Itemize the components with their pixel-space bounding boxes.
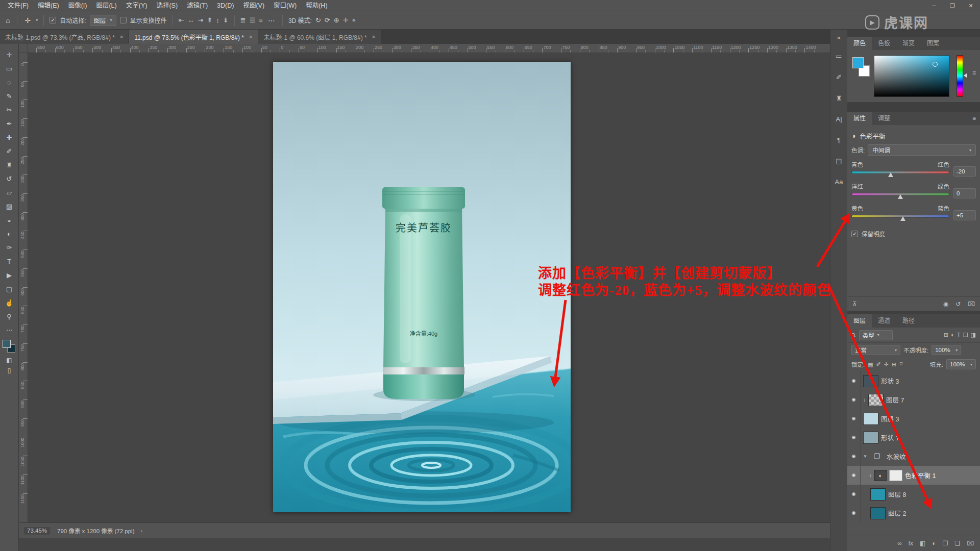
panel-tab[interactable]: 属性 <box>847 112 872 125</box>
panel-tab[interactable]: 通道 <box>872 314 896 328</box>
hand-tool[interactable]: ☝ <box>2 296 17 310</box>
more-options-icon[interactable]: ⋯ <box>266 16 277 24</box>
layer-thumbnail[interactable] <box>863 375 878 387</box>
layer-visibility-toggle[interactable]: ◉ <box>847 447 861 466</box>
panel-strip-icon[interactable]: ¶ <box>837 136 841 144</box>
lock-icon[interactable]: ✐ <box>876 361 881 368</box>
layer-visibility-toggle[interactable]: ◉ <box>847 466 861 485</box>
panel-strip-icon[interactable]: ♜ <box>836 94 842 102</box>
distribute-icon[interactable]: ≡ <box>259 16 263 24</box>
brush-tool[interactable]: ✐ <box>2 144 17 158</box>
menu-item[interactable]: 视图(V) <box>238 0 269 11</box>
auto-select-dropdown[interactable]: 图层 ▾ <box>90 15 116 26</box>
path-select-tool[interactable]: ▶ <box>2 268 17 282</box>
slider-value-field[interactable]: +5 <box>953 210 976 220</box>
layer-thumbnail[interactable] <box>870 507 886 519</box>
menu-item[interactable]: 图层(L) <box>91 0 121 11</box>
layer-visibility-toggle[interactable]: ◉ <box>847 504 861 522</box>
mode3d-icon[interactable]: ⌖ <box>352 16 356 24</box>
layer-thumbnail[interactable] <box>863 432 878 444</box>
layers-footer-icon[interactable]: ❐ <box>943 540 948 547</box>
zoom-level[interactable]: 73.45% <box>23 526 51 535</box>
foreground-color-swatch[interactable] <box>3 340 11 348</box>
lock-all-icon[interactable]: ⌂ <box>899 361 903 367</box>
layer-row[interactable]: ◉ ↓ ▼ ❐ ◐ 图层 8 <box>847 485 980 504</box>
panel-tab[interactable]: 色板 <box>872 37 896 50</box>
healing-brush-tool[interactable]: ✚ <box>2 131 17 144</box>
marquee-tool[interactable]: ▭ <box>2 62 17 76</box>
tab-close-icon[interactable]: ✕ <box>119 34 124 40</box>
opacity-field[interactable]: 100% ▾ <box>932 345 961 355</box>
filter-type-dropdown[interactable]: 类型 ▾ <box>859 330 893 340</box>
panel-menu-icon[interactable]: ≡ <box>972 115 976 122</box>
layer-visibility-toggle[interactable]: ◉ <box>847 485 861 504</box>
document-tab[interactable]: 未标题-1 @ 60.6% (图层 1, RGB/8#) * ✕ <box>258 30 381 44</box>
slider-thumb[interactable] <box>898 194 903 199</box>
clip-to-layer-icon[interactable]: ⊼ <box>852 300 857 308</box>
layer-row[interactable]: ◉ ↓ ▼ ❐ ◐ 图层 2 <box>847 504 980 522</box>
eyedropper-tool[interactable]: ✒ <box>2 117 17 131</box>
lock-icon[interactable]: ✛ <box>884 361 889 368</box>
layer-filter-icon[interactable]: ◨ <box>971 332 976 338</box>
menu-item[interactable]: 帮助(H) <box>301 0 332 11</box>
layer-thumbnail[interactable] <box>868 394 884 406</box>
layer-visibility-toggle[interactable]: ◉ <box>847 390 861 409</box>
layers-footer-icon[interactable]: ∞ <box>897 540 902 547</box>
pen-tool[interactable]: ✑ <box>2 241 17 255</box>
layer-mask-thumbnail[interactable] <box>889 470 902 481</box>
slider-value-field[interactable]: -20 <box>953 166 976 177</box>
panel-tab[interactable]: 图案 <box>921 37 945 50</box>
layer-row[interactable]: ◉ ↓ ▼ ❐ ◐ 形状 1 <box>847 428 980 447</box>
panel-tab[interactable]: 调整 <box>872 112 896 125</box>
delete-icon[interactable]: ⌧ <box>968 300 975 308</box>
align-icon[interactable]: ↔ <box>188 16 194 24</box>
tone-dropdown[interactable]: 中间调 ▾ <box>868 144 976 156</box>
visibility-icon[interactable]: ◉ <box>943 300 948 308</box>
document-tab[interactable]: 11.psd @ 73.5% (色彩平衡 1, RGB/8#) * ✕ <box>129 30 258 44</box>
layer-visibility-toggle[interactable]: ◉ <box>847 428 861 447</box>
menu-item[interactable]: 编辑(E) <box>33 0 64 11</box>
crop-tool[interactable]: ✂ <box>2 103 17 117</box>
auto-select-checkbox[interactable] <box>50 17 56 23</box>
panel-tab[interactable]: 渐变 <box>896 37 921 50</box>
layers-footer-icon[interactable]: ◐ <box>932 540 936 547</box>
layer-row[interactable]: ◉ ↓ ▼ ❐ ◐ 图层 7 <box>847 390 980 409</box>
panel-strip-icon[interactable]: ✐ <box>836 73 842 81</box>
layer-visibility-toggle[interactable]: ◉ <box>847 371 861 390</box>
tab-close-icon[interactable]: ✕ <box>249 34 253 40</box>
align-icon[interactable]: ⇞ <box>207 16 212 24</box>
quick-mask-icon[interactable]: ◧ <box>6 357 12 364</box>
layer-thumbnail[interactable] <box>863 413 878 425</box>
align-icon[interactable]: ↕ <box>216 16 219 24</box>
adjustment-layer-icon[interactable]: ◐ <box>874 470 887 481</box>
group-expander-icon[interactable]: ▼ <box>863 454 867 459</box>
window-control-button[interactable]: ─ <box>925 0 943 11</box>
layers-footer-icon[interactable]: ◧ <box>920 540 925 547</box>
layer-filter-icon[interactable]: ⊞ <box>944 332 948 338</box>
mode3d-icon[interactable]: ⊕ <box>334 16 339 24</box>
panel-tab[interactable]: 图层 <box>847 314 872 328</box>
layer-row[interactable]: ◉ ↓ ▼ ❐ ◐ 图层 3 <box>847 409 980 428</box>
foreground-color-swatch[interactable] <box>852 57 864 68</box>
fill-field[interactable]: 100% ▾ <box>946 359 976 369</box>
panel-strip-icon[interactable]: ≔ <box>836 53 842 60</box>
layer-filter-icon[interactable]: ❑ <box>963 332 968 338</box>
hue-slider[interactable] <box>957 55 963 97</box>
layer-row[interactable]: ◉ ↓ ▼ ❐ ◐ 色彩平衡 1 <box>847 466 980 485</box>
panel-strip-icon[interactable]: A| <box>836 115 842 123</box>
clone-stamp-tool[interactable]: ♜ <box>2 158 17 172</box>
layer-visibility-toggle[interactable]: ◉ <box>847 409 861 428</box>
menu-item[interactable]: 文字(Y) <box>121 0 152 11</box>
layer-filter-icon[interactable]: ◐ <box>951 332 954 338</box>
show-transform-checkbox[interactable] <box>120 17 127 23</box>
layer-filter-icon[interactable]: T <box>957 332 961 338</box>
screen-mode-icon[interactable]: ▯ <box>8 367 11 374</box>
align-icon[interactable]: ⇥ <box>198 16 204 24</box>
window-control-button[interactable]: ✕ <box>962 0 980 11</box>
menu-item[interactable]: 文件(F) <box>3 0 33 11</box>
menu-item[interactable]: 3D(D) <box>212 0 238 11</box>
move-tool-icon[interactable]: ✛ <box>23 16 32 24</box>
panel-tab[interactable]: 颜色 <box>847 37 872 50</box>
mode3d-icon[interactable]: ⟳ <box>325 16 330 24</box>
saturation-brightness-picker[interactable] <box>874 55 949 97</box>
